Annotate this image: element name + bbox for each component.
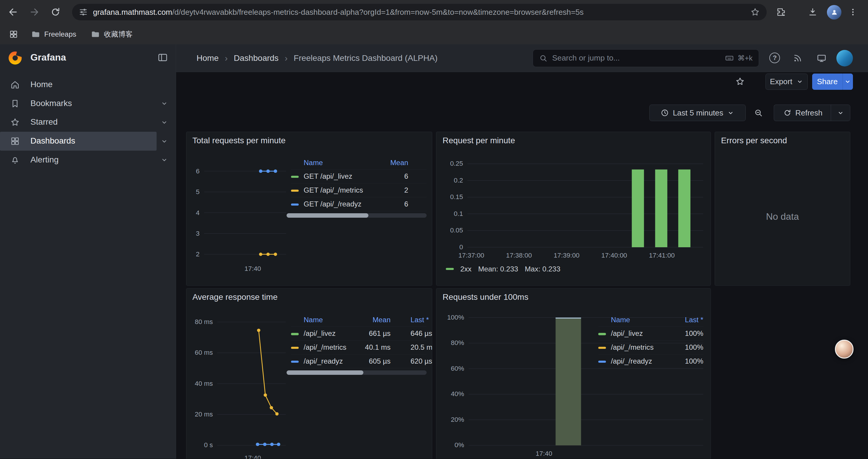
apps-grid-icon[interactable] — [6, 28, 22, 41]
breadcrumb-home[interactable]: Home — [196, 54, 219, 63]
series-name[interactable]: 2xx — [460, 265, 471, 273]
reload-button[interactable] — [46, 3, 64, 21]
panel-title[interactable]: Request per minute — [442, 136, 515, 145]
downloads-icon[interactable] — [804, 3, 822, 21]
extensions-icon[interactable] — [772, 3, 790, 21]
site-settings-icon[interactable] — [79, 7, 88, 17]
series-mean: 40.1 ms — [365, 340, 391, 355]
bell-icon — [10, 155, 20, 165]
x-axis-tick: 17:40 — [219, 454, 286, 459]
legend-scrollbar[interactable] — [286, 213, 427, 218]
series-name[interactable]: GET /api/_livez — [304, 172, 352, 180]
sidebar-item-alerting[interactable]: Alerting — [0, 151, 176, 169]
y-axis-tick: 0 s — [186, 441, 213, 450]
panel-title[interactable]: Average response time — [192, 292, 277, 302]
assistant-avatar[interactable] — [835, 340, 854, 359]
zoom-out-time-button[interactable] — [748, 104, 768, 121]
refresh-interval-chevron[interactable] — [831, 104, 850, 121]
legend-table: NameMean GET /api/_livez6 GET /api/_/met… — [291, 156, 427, 211]
legend-row: GET /api/_/metrics2 — [291, 184, 427, 197]
breadcrumb-dashboards[interactable]: Dashboards — [234, 54, 278, 63]
profile-avatar[interactable] — [826, 3, 843, 21]
forward-button[interactable] — [25, 3, 43, 21]
star-icon — [10, 117, 20, 127]
series-name[interactable]: GET /api/_/readyz — [304, 200, 362, 208]
legend-scrollbar[interactable] — [286, 370, 427, 375]
browser-chrome: grafana.mathmast.com/d/deytv4rwavabkb/fr… — [0, 0, 868, 44]
sidebar-item-bookmarks[interactable]: Bookmarks — [0, 94, 176, 113]
time-range-picker[interactable]: Last 5 minutes — [649, 104, 746, 121]
refresh-icon — [783, 109, 792, 117]
legend-col-last[interactable]: Last * — [685, 313, 703, 327]
series-color-swatch — [291, 333, 299, 335]
y-axis-tick: 4 — [186, 208, 200, 218]
back-button[interactable] — [4, 3, 22, 21]
help-icon[interactable]: ? — [769, 53, 780, 63]
series-color-swatch — [446, 268, 454, 270]
legend-col-name[interactable]: Name — [304, 159, 323, 167]
y-axis-tick: 100% — [436, 313, 464, 322]
bookmark-folder-freeleaps[interactable]: Freeleaps — [26, 28, 81, 41]
bookmark-star-icon[interactable] — [750, 7, 760, 17]
legend-col-mean[interactable]: Mean — [373, 313, 391, 327]
panel-title[interactable]: Requests under 100ms — [442, 292, 528, 302]
monitor-icon[interactable] — [816, 53, 827, 63]
series-color-swatch — [291, 176, 299, 178]
series-name[interactable]: /api/_livez — [611, 329, 643, 337]
panel-errors-per-second: Errors per second No data — [715, 132, 850, 286]
scrollbar-thumb[interactable] — [286, 213, 368, 218]
scrollbar-thumb[interactable] — [286, 370, 363, 375]
series-mean: 6 — [404, 197, 408, 211]
series-name[interactable]: /api/_/readyz — [611, 357, 652, 365]
breadcrumb: Home› Dashboards› Freeleaps Metrics Dash… — [196, 44, 438, 72]
url-bar[interactable]: grafana.mathmast.com/d/deytv4rwavabkb/fr… — [72, 4, 767, 21]
legend-col-name[interactable]: Name — [304, 316, 323, 324]
search-box[interactable]: ⌘+k — [533, 49, 759, 67]
news-rss-icon[interactable] — [793, 53, 803, 63]
export-button[interactable]: Export — [766, 73, 807, 90]
y-axis-tick: 60 ms — [186, 348, 213, 357]
panel-title[interactable]: Errors per second — [721, 136, 787, 145]
y-axis-tick: 40 ms — [186, 379, 213, 388]
y-axis-tick: 3 — [186, 229, 200, 238]
sidebar-item-home[interactable]: Home — [0, 75, 176, 94]
legend-col-last[interactable]: Last * — [410, 313, 429, 327]
chevron-down-icon[interactable] — [160, 156, 168, 164]
series-last: 100% — [685, 340, 703, 355]
user-avatar[interactable] — [836, 50, 853, 66]
panel-title[interactable]: Total requests per minute — [192, 136, 285, 145]
legend-table: NameLast * /api/_livez100% /api/_/metric… — [598, 313, 704, 368]
grafana-logo[interactable] — [8, 51, 23, 66]
home-icon — [10, 80, 20, 90]
chevron-down-icon[interactable] — [160, 100, 168, 107]
chevron-down-icon[interactable] — [160, 119, 168, 126]
legend-col-name[interactable]: Name — [611, 316, 630, 324]
legend-row: /api/_/metrics100% — [598, 340, 704, 355]
legend-row: GET /api/_livez6 — [291, 169, 427, 184]
y-axis-tick: 0.25 — [436, 159, 463, 168]
sidebar-item-dashboards[interactable]: Dashboards — [0, 132, 176, 151]
y-axis-tick: 0.15 — [436, 193, 463, 201]
y-axis-tick: 80% — [436, 338, 464, 347]
series-name[interactable]: /api/_/metrics — [304, 343, 346, 351]
series-name[interactable]: /api/_readyz — [304, 357, 343, 365]
series-name[interactable]: /api/_livez — [304, 329, 336, 337]
legend-table: NameMeanLast * /api/_livez661 µs646 µs /… — [291, 313, 427, 368]
series-name[interactable]: /api/_/metrics — [611, 343, 654, 351]
share-menu-chevron[interactable] — [843, 73, 853, 90]
chevron-down-icon[interactable] — [160, 137, 168, 145]
bookmark-folder-blog[interactable]: 收藏博客 — [86, 28, 138, 41]
menu-kebab-icon[interactable] — [844, 3, 862, 21]
legend-header-row: NameMeanLast * — [291, 313, 427, 327]
dock-sidebar-icon[interactable] — [157, 52, 168, 63]
y-axis-tick: 20 ms — [186, 410, 213, 419]
series-name[interactable]: GET /api/_/metrics — [304, 186, 363, 194]
share-button[interactable]: Share — [812, 73, 843, 90]
favorite-dashboard-star-icon[interactable] — [735, 76, 745, 87]
search-input[interactable] — [552, 54, 720, 63]
legend-col-mean[interactable]: Mean — [390, 156, 408, 170]
refresh-button[interactable]: Refresh — [774, 104, 831, 121]
back-arrow-icon — [8, 7, 19, 18]
sidebar-item-starred[interactable]: Starred — [0, 113, 176, 132]
y-axis-tick: 60% — [436, 364, 464, 373]
